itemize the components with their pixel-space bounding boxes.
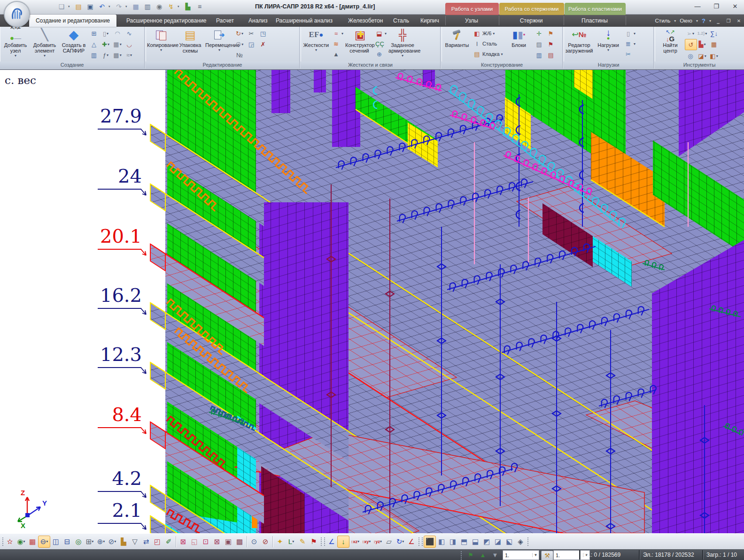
tab-10[interactable]: Стержни: [499, 15, 563, 27]
ribbon-button[interactable]: ↖↗↓GНайти центр: [656, 27, 684, 61]
polyline-select-icon[interactable]: ✫: [4, 536, 16, 547]
ribbon-small-button[interactable]: ◧Ж/6▾: [472, 28, 504, 38]
building-icon[interactable]: ▥: [88, 50, 100, 60]
length-icon[interactable]: L▾: [286, 536, 297, 547]
dropdown-arrow-icon[interactable]: ▾: [696, 19, 698, 23]
frame-select-icon[interactable]: ◰: [152, 536, 163, 547]
context-group-header[interactable]: Работа с пластинами: [565, 3, 626, 15]
plane-grid-icon[interactable]: ▱: [383, 536, 395, 547]
cube-iso-icon[interactable]: ⬛: [424, 536, 436, 548]
dof-icon[interactable]: ∿: [124, 28, 135, 38]
mesh-icon[interactable]: ▦▾: [112, 39, 123, 49]
compass-icon[interactable]: ⊘▾: [107, 536, 118, 547]
diagram-icon[interactable]: ▙▾: [697, 39, 708, 49]
app-logo[interactable]: [4, 1, 30, 27]
ellipse-select-icon[interactable]: ⊖▾: [38, 536, 50, 548]
pencil-icon[interactable]: ✎: [297, 536, 308, 547]
loadcase-flag-icon[interactable]: ⚑: [465, 551, 476, 560]
toolbar-grip[interactable]: [526, 537, 529, 547]
toolbar-grip[interactable]: [417, 537, 420, 547]
tab-7[interactable]: Сталь: [388, 15, 411, 27]
ribbon-small-button[interactable]: IСталь: [472, 38, 504, 49]
axis-plus-icon[interactable]: ✛: [534, 28, 545, 38]
cube-front-icon[interactable]: ◧: [436, 536, 447, 547]
ribbon-button[interactable]: ▤Упаковка схемы: [176, 27, 204, 61]
ribbon-button[interactable]: ◆Создать в САПФИР: [60, 27, 88, 61]
hatch-icon[interactable]: ▨: [534, 39, 545, 49]
node-selector-combo[interactable]: 1.▼: [503, 550, 539, 560]
select-ghost-icon[interactable]: ➢▾: [685, 28, 696, 38]
window-menu[interactable]: Окно: [680, 18, 692, 23]
toolbar-grip[interactable]: [319, 537, 323, 547]
ribbon-button[interactable]: ↓●Нагрузки▾: [594, 27, 622, 61]
red-flag-icon[interactable]: ⚑: [308, 536, 319, 547]
sphere-icon[interactable]: ◉▾: [16, 536, 27, 547]
brush-icon[interactable]: ✐: [163, 536, 174, 547]
mosaic-icon[interactable]: ▦: [708, 39, 720, 49]
xy-view-icon[interactable]: ↕xy▾: [361, 536, 372, 547]
node-x-icon[interactable]: ⊠: [178, 536, 189, 547]
yz-view-icon[interactable]: ↕yz▾: [372, 536, 383, 547]
ribbon-button[interactable]: ▣✚Конструктор сечений: [345, 27, 373, 61]
tab-1[interactable]: Создание и редактирование: [29, 15, 116, 27]
null-element-icon[interactable]: ∅▾: [234, 39, 245, 49]
cube-left-icon[interactable]: ⬒: [458, 536, 470, 547]
red-axes-icon[interactable]: ∠: [406, 536, 417, 547]
ribbon-small-button[interactable]: ▯▾: [623, 28, 637, 38]
horizontal-bars-icon[interactable]: ⊟: [62, 536, 73, 547]
frame-a-icon[interactable]: ▣: [223, 536, 234, 547]
help-button[interactable]: ?: [702, 17, 705, 24]
cube-bottom-icon[interactable]: ◪: [492, 536, 504, 547]
model-canvas[interactable]: с. вес27.92420.116.212.38.44.22.1ZYX: [0, 69, 744, 533]
ribbon-small-button[interactable]: ⊕: [374, 49, 388, 59]
context-group-header[interactable]: Работа со стержнями: [499, 3, 564, 15]
hammer-small-icon[interactable]: ⚒: [541, 551, 553, 560]
ribbon-button[interactable]: ╬Заданное армирование▾: [388, 27, 417, 61]
xz-view-icon[interactable]: ↕xz▾: [349, 536, 361, 547]
dropdown-arrow-icon[interactable]: ▾: [709, 19, 711, 23]
tab-6[interactable]: Железобетон: [343, 15, 382, 27]
restore-icon[interactable]: ❐: [710, 2, 722, 11]
ribbon-small-button[interactable]: ÇÇ: [374, 38, 388, 49]
renumber-icon[interactable]: №: [234, 50, 245, 60]
tab-4[interactable]: Анализ: [243, 15, 267, 27]
model-viewport[interactable]: с. вес27.92420.116.212.38.44.22.1ZYX: [0, 70, 744, 533]
rod-x-icon[interactable]: ⊠: [211, 536, 223, 547]
rotate-copy-icon[interactable]: ↻▾: [234, 28, 245, 38]
toolbar-grip[interactable]: [420, 537, 424, 547]
spatial-arrow-icon[interactable]: ↓: [337, 536, 349, 548]
cube-diamond-icon[interactable]: ◈: [515, 536, 526, 547]
flag-small-icon[interactable]: ⚑: [545, 39, 557, 49]
frame-b-icon[interactable]: ▩: [234, 536, 245, 547]
cube-back-icon[interactable]: ◨: [447, 536, 458, 547]
dropdown-arrow-icon[interactable]: ▼: [532, 553, 539, 557]
color-map-icon[interactable]: ◧▾: [708, 51, 720, 61]
context-group-header[interactable]: Работа с узлами: [445, 3, 499, 15]
ef-filter-icon[interactable]: ⊕▾: [95, 536, 107, 547]
red-frame-icon[interactable]: ▦: [27, 536, 38, 547]
ribbon-button[interactable]: Копирование▾: [147, 27, 175, 61]
ribbon-button[interactable]: ↩№Редактор загружений: [565, 27, 593, 61]
ribbon-button[interactable]: Варианты: [443, 27, 471, 61]
statusbar-grip[interactable]: [459, 550, 463, 560]
block-chart-icon[interactable]: ▙: [118, 536, 129, 547]
frame-icon[interactable]: ⊞: [88, 28, 100, 38]
tab-9[interactable]: Узлы: [445, 15, 498, 27]
select-window-icon[interactable]: ◳: [257, 28, 269, 38]
fxy-icon[interactable]: ƒ▾: [100, 50, 111, 60]
zoom-model-icon[interactable]: ◎: [685, 51, 696, 61]
ribbon-button[interactable]: ╲Добавить элемент▾: [31, 27, 59, 61]
mdi-minimize-icon[interactable]: ‗: [715, 18, 721, 23]
ribbon-button[interactable]: X,Y,Z●—Добавить узел▾: [1, 27, 30, 61]
mdi-close-icon[interactable]: ✕: [736, 18, 742, 23]
tab-5[interactable]: Расширенный анализ: [271, 15, 331, 27]
spline-icon[interactable]: ≈▾: [124, 50, 135, 60]
down-triangle-icon[interactable]: ▼: [489, 551, 501, 560]
cube-top-icon[interactable]: ◩: [481, 536, 492, 547]
cube-section-icon[interactable]: ⬕: [504, 536, 515, 547]
dome-icon[interactable]: ◠: [112, 28, 123, 38]
level-icon[interactable]: ▥: [534, 50, 545, 60]
ribbon-small-button[interactable]: ≣▾: [623, 38, 637, 49]
ribbon-small-button[interactable]: ≈▾: [331, 28, 345, 38]
ribbon-button[interactable]: ➜Перемещение▾: [205, 27, 233, 61]
